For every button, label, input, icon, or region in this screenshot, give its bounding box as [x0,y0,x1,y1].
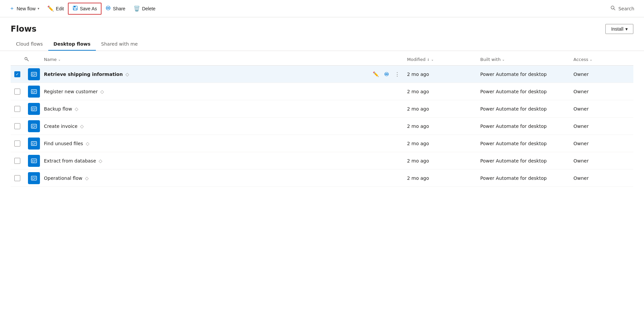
share-button[interactable]: Share [102,3,129,14]
row-built-with-2: Power Automate for desktop [480,106,573,112]
row-access-5: Owner [573,158,633,164]
table-row[interactable]: Create invoice ◇ 2 mo ago Power Automate… [11,118,633,135]
checkbox-0[interactable] [14,71,20,77]
checkbox-5[interactable] [14,158,20,164]
svg-rect-33 [32,160,34,162]
tab-shared-with-me[interactable]: Shared with me [96,38,143,51]
row-name-cell-4: Find unused files ◇ [44,141,407,146]
table-row[interactable]: Extract from database ◇ 2 mo ago Power A… [11,152,633,169]
header-key-icon [24,56,44,63]
row-name-cell-0: Retrieve shipping information ◇ ✏️ ⋮ [44,70,407,79]
tab-cloud-flows[interactable]: Cloud flows [11,38,48,51]
row-icon-cell-4 [24,138,44,150]
install-chevron-icon: ▾ [625,26,628,32]
table-row[interactable]: Backup flow ◇ 2 mo ago Power Automate fo… [11,100,633,118]
header-name[interactable]: Name ⌄ [44,57,407,62]
share-label: Share [113,6,125,11]
header-access-label: Access [573,57,588,62]
premium-icon-2: ◇ [75,106,79,112]
row-access-0: Owner [573,72,633,77]
table-row[interactable]: Operational flow ◇ 2 mo ago Power Automa… [11,169,633,187]
tab-desktop-flows[interactable]: Desktop flows [48,38,96,51]
header-built-with[interactable]: Built with ⌄ [480,57,573,62]
row-access-4: Owner [573,141,633,146]
edit-button[interactable]: ✏️ Edit [43,3,68,14]
premium-icon-5: ◇ [99,158,103,164]
row-icon-cell-2 [24,103,44,115]
header-access[interactable]: Access ⌄ [573,57,633,62]
svg-line-6 [614,9,615,10]
row-built-with-5: Power Automate for desktop [480,158,573,164]
modified-sort-icon: ↓ [427,58,429,61]
row-name-cell-2: Backup flow ◇ [44,106,407,112]
access-sort-icon: ⌄ [590,58,592,61]
flow-name-5: Extract from database [44,158,96,164]
checkbox-4[interactable] [14,141,20,147]
flow-icon-4 [28,138,40,150]
row-modified-4: 2 mo ago [407,141,480,146]
row-checkbox-3[interactable] [11,123,24,129]
row-modified-2: 2 mo ago [407,106,480,112]
install-label: Install [611,26,623,32]
page-header: Flows Install ▾ [0,17,644,34]
name-sort-icon: ⌄ [58,58,61,61]
checkbox-6[interactable] [14,175,20,181]
svg-rect-25 [32,126,34,127]
row-checkbox-5[interactable] [11,158,24,164]
modified-chevron-icon: ⌄ [431,58,434,61]
row-checkbox-1[interactable] [11,89,24,95]
flow-name-3: Create invoice [44,124,78,129]
search-label: Search [618,6,634,11]
install-button[interactable]: Install ▾ [605,24,633,34]
row-icon-cell-3 [24,120,44,132]
row-edit-button-0[interactable]: ✏️ [371,70,380,79]
new-flow-chevron: ▾ [38,7,39,10]
row-modified-6: 2 mo ago [407,175,480,181]
flow-icon-2 [28,103,40,115]
flow-name-6: Operational flow [44,175,82,181]
row-access-6: Owner [573,175,633,181]
row-access-3: Owner [573,124,633,129]
search-box[interactable]: Search [606,3,639,14]
svg-rect-17 [32,91,34,93]
row-share-button-0[interactable] [382,70,391,79]
table-row[interactable]: Find unused files ◇ 2 mo ago Power Autom… [11,135,633,152]
plus-icon: ＋ [9,5,15,12]
flow-name-1: Register new customer [44,89,98,94]
new-flow-button[interactable]: ＋ New flow ▾ [5,3,43,14]
checkbox-2[interactable] [14,106,20,112]
row-icon-cell-1 [24,86,44,98]
header-modified[interactable]: Modified ↓ ⌄ [407,57,480,62]
row-checkbox-2[interactable] [11,106,24,112]
row-checkbox-0[interactable] [11,71,24,77]
table-row[interactable]: Register new customer ◇ 2 mo ago Power A… [11,83,633,100]
flow-name-4: Find unused files [44,141,83,146]
edit-icon: ✏️ [47,5,54,12]
table-row[interactable]: Retrieve shipping information ◇ ✏️ ⋮ 2 m [11,66,633,83]
row-name-cell-3: Create invoice ◇ [44,124,407,129]
checkbox-1[interactable] [14,89,20,95]
page-title: Flows [11,24,37,34]
row-checkbox-6[interactable] [11,175,24,181]
built-with-sort-icon: ⌄ [502,58,505,61]
premium-icon-1: ◇ [100,89,104,94]
row-built-with-3: Power Automate for desktop [480,124,573,129]
delete-icon: 🗑️ [133,5,140,12]
row-more-button-0[interactable]: ⋮ [392,70,402,79]
save-as-button[interactable]: Save As [68,3,102,15]
flow-icon-5 [28,155,40,167]
flow-icon-1 [28,86,40,98]
flow-icon-3 [28,120,40,132]
svg-rect-11 [32,74,34,75]
toolbar: ＋ New flow ▾ ✏️ Edit Save As Share 🗑️ De… [0,0,644,17]
row-name-cell-1: Register new customer ◇ [44,89,407,94]
checkbox-3[interactable] [14,123,20,129]
premium-icon-0: ◇ [125,72,129,77]
tabs-container: Cloud flows Desktop flows Shared with me [0,35,644,51]
row-icon-cell-6 [24,172,44,184]
row-modified-3: 2 mo ago [407,124,480,129]
delete-button[interactable]: 🗑️ Delete [129,3,159,14]
premium-icon-4: ◇ [86,141,90,146]
row-checkbox-4[interactable] [11,141,24,147]
svg-rect-37 [32,177,34,179]
